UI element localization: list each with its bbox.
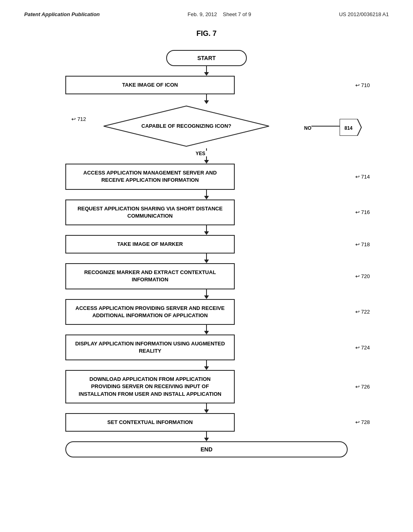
step-714: ACCESS APPLICATION MANAGEMENT SERVER AND… (65, 164, 235, 189)
step-710-text: TAKE IMAGE OF ICON (122, 82, 178, 88)
arrow-724-726 (65, 360, 348, 370)
step-726: DOWNLOAD APPLICATION FROM APPLICATION PR… (65, 370, 235, 403)
step-724: DISPLAY APPLICATION INFORMATION USING AU… (65, 335, 235, 360)
figure-title: FIG. 7 (0, 29, 413, 38)
step-726-row: DOWNLOAD APPLICATION FROM APPLICATION PR… (65, 370, 348, 403)
arrow-718-720 (65, 254, 348, 263)
arrow-728-end (65, 432, 348, 441)
step-726-text: DOWNLOAD APPLICATION FROM APPLICATION PR… (79, 376, 221, 397)
step-718-row: TAKE IMAGE OF MARKER ↩ 718 (65, 235, 348, 254)
arrow-710-to-712 (65, 94, 348, 104)
step-724-row: DISPLAY APPLICATION INFORMATION USING AU… (65, 335, 348, 360)
flowchart-wrapper: START TAKE IMAGE OF ICON ↩ 710 (65, 50, 348, 457)
step-714-text: ACCESS APPLICATION MANAGEMENT SERVER AND… (83, 170, 217, 183)
step-722-text: ACCESS APPLICATION PROVIDING SERVER AND … (75, 305, 225, 318)
header-publication: Patent Application Publication (24, 11, 100, 17)
step-710-number: ↩ 710 (355, 82, 370, 88)
step-716-number: ↩ 716 (355, 209, 370, 215)
no-branch-label: NO (304, 124, 311, 131)
arrow-722-724 (65, 325, 348, 335)
end-node: END (65, 441, 348, 457)
step-722-row: ACCESS APPLICATION PROVIDING SERVER AND … (65, 299, 348, 325)
start-label: START (197, 55, 216, 61)
step-720: RECOGNIZE MARKER AND EXTRACT CONTEXTUAL … (65, 263, 235, 289)
flowchart: START TAKE IMAGE OF ICON ↩ 710 (0, 50, 413, 474)
step-728-number: ↩ 728 (355, 419, 370, 425)
end-shape: END (65, 441, 348, 457)
arrow-726-728 (65, 403, 348, 413)
start-node: START (65, 50, 348, 66)
arrow-start-to-710 (65, 66, 348, 76)
step-724-text: DISPLAY APPLICATION INFORMATION USING AU… (75, 341, 225, 354)
yes-arrow-container: YES (65, 148, 348, 164)
step-728-text: SET CONTEXTUAL INFORMATION (107, 419, 193, 425)
step-712-number: ↩ 712 (71, 116, 86, 122)
step-718-text: TAKE IMAGE OF MARKER (117, 241, 183, 247)
header-patent-number: US 2012/0036218 A1 (339, 11, 389, 17)
end-label: END (200, 446, 213, 453)
no-branch-connector: 814 (311, 122, 364, 148)
step-722: ACCESS APPLICATION PROVIDING SERVER AND … (65, 299, 235, 325)
step-720-text: RECOGNIZE MARKER AND EXTRACT CONTEXTUAL … (84, 269, 216, 283)
start-shape: START (166, 50, 247, 66)
step-712-diamond: CAPABLE OF RECOGNIZING ICON? (102, 104, 271, 148)
step-724-number: ↩ 724 (355, 345, 370, 351)
step-710-row: TAKE IMAGE OF ICON ↩ 710 (65, 76, 348, 94)
arrow-714-716 (65, 190, 348, 200)
step-716-text: REQUEST APPLICATION SHARING VIA SHORT DI… (77, 206, 223, 219)
step-716-row: REQUEST APPLICATION SHARING VIA SHORT DI… (65, 200, 348, 225)
step-716: REQUEST APPLICATION SHARING VIA SHORT DI… (65, 200, 235, 225)
step-728: SET CONTEXTUAL INFORMATION (65, 413, 235, 432)
step-710: TAKE IMAGE OF ICON (65, 76, 235, 94)
step-814-box: 814 (340, 119, 364, 137)
step-712-container: CAPABLE OF RECOGNIZING ICON? ↩ 712 NO (65, 104, 307, 148)
step-814-label: 814 (344, 125, 353, 131)
step-726-number: ↩ 726 (355, 384, 370, 390)
header-date-sheet: Feb. 9, 2012 Sheet 7 of 9 (188, 11, 251, 17)
step-718-number: ↩ 718 (355, 241, 370, 247)
step-722-number: ↩ 722 (355, 309, 370, 315)
arrow-716-718 (65, 225, 348, 235)
step-728-row: SET CONTEXTUAL INFORMATION ↩ 728 (65, 413, 348, 432)
page-header: Patent Application Publication Feb. 9, 2… (0, 0, 413, 21)
step-712-text: CAPABLE OF RECOGNIZING ICON? (134, 123, 239, 130)
step-714-row: ACCESS APPLICATION MANAGEMENT SERVER AND… (65, 164, 348, 189)
step-720-row: RECOGNIZE MARKER AND EXTRACT CONTEXTUAL … (65, 263, 348, 289)
step-718: TAKE IMAGE OF MARKER (65, 235, 235, 254)
step-714-number: ↩ 714 (355, 174, 370, 180)
step-720-number: ↩ 720 (355, 273, 370, 279)
arrow-720-722 (65, 289, 348, 299)
yes-label: YES (196, 151, 205, 156)
